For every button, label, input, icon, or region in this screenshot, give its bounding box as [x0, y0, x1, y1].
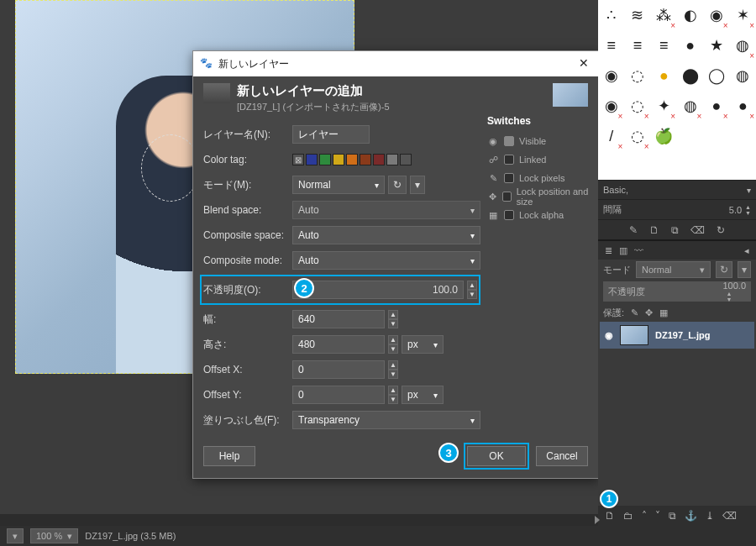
color-tag-swatches[interactable]: ⊠	[292, 154, 412, 165]
close-icon[interactable]: ✕	[575, 54, 593, 72]
offset-x-up[interactable]: ▲	[388, 360, 398, 370]
lock-alpha-icon[interactable]: ▦	[659, 307, 668, 318]
anchor-layer-icon[interactable]: ⚓	[685, 510, 697, 522]
spacing-field[interactable]: 間隔 5.0▲▼	[598, 199, 756, 219]
opacity-up[interactable]: ▲	[467, 281, 477, 290]
width-label: 幅:	[203, 312, 292, 327]
composite-mode-select[interactable]: Auto▾	[292, 251, 480, 270]
color-tag-brown[interactable]	[360, 154, 371, 165]
width-down[interactable]: ▼	[388, 319, 398, 328]
zoom-select[interactable]: 100 % ▾	[30, 528, 78, 543]
blend-space-select[interactable]: Auto▾	[292, 201, 480, 219]
status-bar: ▾ 100 % ▾ DZ197_L.jpg (3.5 MB)	[0, 526, 756, 546]
cancel-button[interactable]: Cancel	[536, 446, 588, 466]
offset-y-up[interactable]: ▲	[388, 386, 398, 395]
color-tag-yellow[interactable]	[333, 154, 344, 165]
duplicate-brush-icon[interactable]: ⧉	[671, 224, 679, 236]
height-down[interactable]: ▼	[388, 344, 398, 354]
mode-menu-button[interactable]: ▾	[410, 176, 425, 194]
mode-reset-button[interactable]: ↻	[388, 176, 407, 194]
height-up[interactable]: ▲	[388, 335, 398, 344]
color-tag-orange[interactable]	[346, 154, 358, 165]
delete-brush-icon[interactable]: ⌫	[690, 224, 705, 236]
opacity-down[interactable]: ▼	[467, 290, 477, 299]
dialog-subtitle: [DZ197_L] (インポートされた画像)-5	[237, 101, 546, 113]
new-layer-dialog: 🐾 新しいレイヤー ✕ 新しいレイヤーの追加 [DZ197_L] (インポートさ…	[192, 50, 599, 479]
layer-name: DZ197_L.jpg	[655, 330, 710, 340]
ok-button[interactable]: OK	[467, 446, 526, 466]
callout-1: 1	[600, 490, 618, 508]
brush-preset-bar[interactable]: Basic,▾	[598, 181, 756, 199]
visible-checkbox[interactable]	[504, 136, 514, 146]
layer-mode-menu[interactable]: ▾	[738, 261, 751, 278]
color-tag-blue[interactable]	[306, 154, 318, 165]
new-brush-icon[interactable]: 🗋	[649, 224, 659, 236]
layers-tabbar[interactable]: ≣ ▥ 〰 ◂	[598, 239, 756, 260]
linked-checkbox[interactable]	[504, 155, 514, 165]
offset-y-unit-select[interactable]: px▾	[402, 386, 444, 404]
switch-lock-alpha[interactable]: ▦Lock alpha	[487, 206, 595, 224]
switches-heading: Switches	[487, 115, 595, 127]
lock-position-icon[interactable]: ✥	[645, 307, 653, 318]
help-button[interactable]: Help	[203, 446, 255, 466]
channels-tab-icon[interactable]: ▥	[619, 245, 627, 256]
lock-pixels-icon[interactable]: ✎	[631, 307, 638, 318]
layer-opacity-field[interactable]: 不透明度 100.0▲▼	[603, 281, 751, 302]
raise-layer-icon[interactable]: ˄	[642, 510, 647, 522]
brush-grid[interactable]: ∴≋⁂◐◉✶ ≡≡≡●★◍ ◉◌●⬤◯◍ ◉◌✦◍●● /◌🍏	[598, 0, 756, 181]
color-tag-gray[interactable]	[386, 154, 398, 165]
new-group-icon[interactable]: 🗀	[623, 510, 633, 522]
dialog-titlebar[interactable]: 🐾 新しいレイヤー ✕	[193, 51, 598, 76]
height-unit-select[interactable]: px▾	[402, 335, 444, 354]
color-tag-dark[interactable]	[400, 154, 412, 165]
color-tag-green[interactable]	[319, 154, 331, 165]
switch-lock-position[interactable]: ✥Lock position and size	[487, 187, 595, 206]
canvas-hscroll[interactable]	[0, 514, 598, 526]
lower-layer-icon[interactable]: ˅	[655, 510, 660, 522]
color-tag-label: Color tag:	[203, 154, 292, 165]
opacity-label: 不透明度(O):	[203, 283, 292, 297]
opacity-input[interactable]: 100.0	[292, 281, 464, 299]
fill-select[interactable]: Transparency▾	[292, 411, 480, 429]
layer-row[interactable]: ◉ DZ197_L.jpg	[600, 322, 754, 349]
link-icon: ☍	[487, 154, 499, 165]
offset-x-down[interactable]: ▼	[388, 370, 398, 379]
brush-toolbar[interactable]: ✎ 🗋 ⧉ ⌫ ↻	[598, 219, 756, 239]
eye-icon: ◉	[487, 135, 499, 147]
layer-icon	[203, 83, 230, 103]
lock-position-checkbox[interactable]	[502, 192, 512, 202]
layer-toolbar[interactable]: 🗋 1 🗀 ˄ ˅ ⧉ ⚓ ⤓ ⌫	[598, 506, 756, 526]
layer-mode-reset[interactable]: ↻	[716, 261, 732, 278]
offset-y-input[interactable]: 0	[292, 386, 385, 404]
layer-mode-select[interactable]: Normal▾	[636, 261, 711, 278]
offset-x-input[interactable]: 0	[292, 360, 385, 379]
layers-tab-icon[interactable]: ≣	[605, 245, 612, 256]
mode-select[interactable]: Normal▾	[292, 176, 385, 194]
lock-pixels-checkbox[interactable]	[504, 173, 514, 183]
tab-menu-icon[interactable]: ◂	[744, 245, 749, 256]
zoom-unit-select[interactable]: ▾	[7, 528, 24, 543]
delete-layer-icon[interactable]: ⌫	[722, 510, 737, 522]
layer-name-label: レイヤー名(N):	[203, 128, 292, 142]
edit-brush-icon[interactable]: ✎	[629, 224, 638, 236]
switch-linked[interactable]: ☍Linked	[487, 150, 595, 169]
height-input[interactable]: 480	[292, 335, 385, 354]
switch-visible[interactable]: ◉Visible	[487, 132, 595, 150]
refresh-brush-icon[interactable]: ↻	[717, 224, 725, 236]
callout-3: 3	[438, 443, 459, 463]
scroll-right-icon[interactable]	[595, 516, 600, 524]
width-input[interactable]: 640	[292, 310, 385, 328]
color-tag-red[interactable]	[373, 154, 385, 165]
switch-lock-pixels[interactable]: ✎Lock pixels	[487, 169, 595, 187]
offset-y-down[interactable]: ▼	[388, 395, 398, 404]
color-tag-none[interactable]: ⊠	[292, 154, 304, 165]
layer-name-input[interactable]	[292, 125, 370, 144]
eye-icon[interactable]: ◉	[605, 330, 613, 341]
composite-space-select[interactable]: Auto▾	[292, 226, 480, 244]
duplicate-layer-icon[interactable]: ⧉	[669, 510, 676, 522]
merge-down-icon[interactable]: ⤓	[706, 510, 714, 522]
new-layer-button[interactable]: 🗋 1	[605, 510, 615, 522]
width-up[interactable]: ▲	[388, 310, 398, 319]
lock-alpha-checkbox[interactable]	[504, 210, 514, 220]
paths-tab-icon[interactable]: 〰	[634, 245, 643, 255]
